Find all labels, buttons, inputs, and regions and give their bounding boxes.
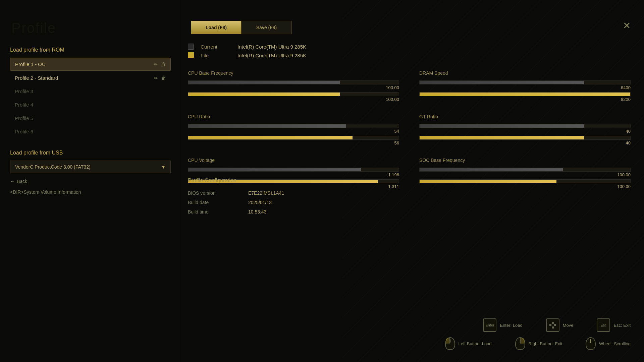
current-value: Intel(R) Core(TM) Ultra 9 285K: [237, 44, 306, 50]
hint-left-button-label: Left Button: Load: [459, 341, 492, 346]
dropdown-arrow-icon: ▼: [161, 164, 166, 170]
hint-left-button: Left Button: Load: [445, 337, 492, 350]
profile-name-4: Profile 4: [15, 102, 33, 108]
cpu-base-freq-bar-file: 100.00: [188, 92, 399, 102]
left-panel: Load profile from ROM Profile 1 - OC ✏ 🗑…: [0, 0, 181, 362]
profile-name-3: Profile 3: [15, 88, 33, 94]
top-buttons: Load (F8) Save (F9): [191, 21, 292, 34]
svg-rect-1: [552, 326, 554, 328]
metric-title-cpu-ratio: CPU Ratio: [188, 114, 399, 119]
config-row-bios: BIOS version E7E22IMSI.1A41: [188, 190, 284, 196]
comparison-section: Current Intel(R) Core(TM) Ultra 9 285K F…: [188, 44, 631, 61]
profile-2-icons: ✏ 🗑: [154, 75, 166, 81]
cpu-voltage-current-value: 1.196: [188, 172, 399, 177]
close-button[interactable]: ✕: [623, 20, 631, 31]
cpu-ratio-bar-file: 56: [188, 136, 399, 145]
profile-item-5[interactable]: Profile 5: [10, 112, 171, 124]
profile-item-1[interactable]: Profile 1 - OC ✏ 🗑: [10, 58, 171, 71]
dram-speed-bar-file: 8200: [419, 92, 631, 102]
profile-item-6[interactable]: Profile 6: [10, 125, 171, 138]
file-value: Intel(R) Core(TM) Ultra 9 285K: [237, 53, 306, 58]
wheel-icon: [586, 337, 596, 350]
edit-icon-2[interactable]: ✏: [154, 75, 158, 81]
config-label-time: Build time: [188, 209, 228, 215]
load-button[interactable]: Load (F8): [191, 21, 241, 34]
delete-icon-2[interactable]: 🗑: [161, 75, 166, 81]
metric-soc-base-freq: SOC Base Frequency 100.00 100.00: [419, 158, 631, 191]
back-link[interactable]: ← Back: [10, 179, 171, 184]
hint-right-button: Right Button: Exit: [515, 337, 562, 350]
cpu-base-freq-current-value: 100.00: [188, 85, 399, 90]
dram-speed-bar-current: 6400: [419, 80, 631, 90]
profile-name-1: Profile 1 - OC: [15, 61, 46, 67]
svg-rect-3: [554, 324, 556, 326]
cpu-base-freq-bar-current: 100.00: [188, 80, 399, 90]
save-button[interactable]: Save (F9): [241, 21, 292, 34]
gt-ratio-bar-file-fill: [420, 136, 584, 139]
delete-icon-1[interactable]: 🗑: [161, 62, 166, 67]
esc-icon: Esc: [597, 318, 610, 332]
edit-icon-1[interactable]: ✏: [154, 62, 158, 67]
usb-dropdown[interactable]: VendorC ProductCode 3.00 (FAT32) ▼: [10, 161, 171, 173]
profile-config: Profile Configuration BIOS version E7E22…: [188, 178, 284, 219]
hint-esc-label: Esc: Exit: [613, 323, 631, 328]
rom-section-title: Load profile from ROM: [10, 47, 171, 53]
cpu-ratio-file-value: 56: [188, 140, 399, 145]
gt-ratio-current-value: 40: [419, 129, 631, 134]
move-icon: [546, 318, 559, 332]
profile-name-5: Profile 5: [15, 115, 33, 121]
metric-title-cpu-voltage: CPU Voltage: [188, 158, 399, 163]
hint-esc: Esc Esc: Exit: [597, 318, 631, 332]
hints-row-1: Enter Enter: Load Move Esc Esc: Exit: [445, 318, 631, 332]
soc-base-freq-bar-file-container: [419, 179, 631, 183]
profile-config-title: Profile Configuration: [188, 178, 284, 184]
cpu-base-freq-bar-current-fill: [188, 81, 340, 84]
metric-title-cpu-base-freq: CPU Base Frequency: [188, 70, 399, 76]
profile-item-3[interactable]: Profile 3: [10, 85, 171, 98]
metric-dram-speed: DRAM Speed 6400 8200: [419, 70, 631, 104]
dram-speed-file-value: 8200: [419, 97, 631, 102]
config-value-bios: E7E22IMSI.1A41: [248, 190, 284, 196]
dram-speed-bar-file-fill: [420, 93, 630, 96]
cpu-ratio-bar-file-fill: [188, 136, 353, 139]
profile-name-2: Profile 2 - Standard: [15, 75, 58, 81]
svg-rect-2: [549, 324, 551, 326]
cpu-voltage-bar-current-fill: [188, 168, 361, 171]
config-row-date: Build date 2025/01/13: [188, 200, 284, 205]
metrics-grid: CPU Base Frequency 100.00 100.00 DRAM Sp…: [188, 70, 631, 191]
back-arrow-icon: ←: [10, 179, 15, 184]
soc-base-freq-bar-current: 100.00: [419, 168, 631, 177]
soc-base-freq-current-value: 100.00: [419, 172, 631, 177]
metric-cpu-ratio: CPU Ratio 54 56: [188, 114, 399, 147]
comparison-row-current: Current Intel(R) Core(TM) Ultra 9 285K: [188, 44, 631, 50]
file-indicator: [188, 52, 194, 58]
config-value-date: 2025/01/13: [248, 200, 272, 205]
config-row-time: Build time 10:53:43: [188, 209, 284, 215]
hints-container: Enter Enter: Load Move Esc Esc: Exit: [445, 318, 631, 350]
gt-ratio-bar-file-container: [419, 136, 631, 140]
usb-device-label: VendorC ProductCode 3.00 (FAT32): [15, 164, 91, 170]
cpu-base-freq-bar-current-container: [188, 80, 399, 84]
left-button-icon: [445, 337, 455, 350]
gt-ratio-bar-file: 40: [419, 136, 631, 145]
metric-title-dram-speed: DRAM Speed: [419, 70, 631, 76]
profile-name-6: Profile 6: [15, 129, 33, 134]
hint-move-label: Move: [563, 323, 574, 328]
svg-rect-0: [552, 322, 554, 324]
gt-ratio-file-value: 40: [419, 140, 631, 145]
soc-base-freq-bar-current-container: [419, 168, 631, 172]
profile-item-4[interactable]: Profile 4: [10, 99, 171, 111]
config-value-time: 10:53:43: [248, 209, 267, 215]
soc-base-freq-bar-current-fill: [420, 168, 563, 171]
metric-title-soc-base-freq: SOC Base Frequency: [419, 158, 631, 163]
profile-item-2[interactable]: Profile 2 - Standard ✏ 🗑: [10, 72, 171, 84]
config-label-date: Build date: [188, 200, 228, 205]
cpu-ratio-bar-current-container: [188, 124, 399, 128]
metric-title-gt-ratio: GT Ratio: [419, 114, 631, 119]
gt-ratio-bar-current-fill: [420, 124, 584, 128]
dir-item[interactable]: <DIR>System Volume Information: [10, 188, 171, 196]
dram-speed-bar-file-container: [419, 92, 631, 96]
soc-base-freq-file-value: 100.00: [419, 184, 631, 189]
hint-move: Move: [546, 318, 574, 332]
enter-icon: Enter: [483, 318, 496, 332]
